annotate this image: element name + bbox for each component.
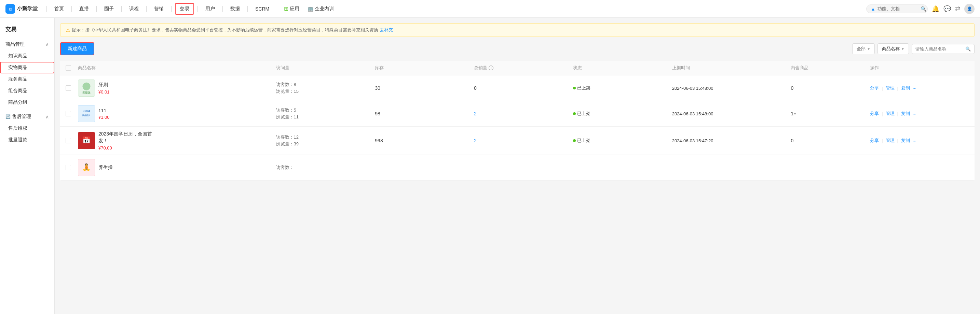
product-search-icon[interactable]: 🔍 <box>965 46 971 52</box>
nav-divider-1 <box>46 6 47 12</box>
row3-product-cell: 📅 2023年国学日历，全国首发！ ¥70.00 <box>78 131 276 151</box>
row3-sales: 2 <box>474 138 573 143</box>
svg-point-3 <box>82 82 90 90</box>
svg-text:🧘: 🧘 <box>82 163 91 171</box>
header-checkbox[interactable] <box>65 65 71 71</box>
row2-sales-link[interactable]: 2 <box>474 111 477 116</box>
row2-visits: 访客数：5 浏览量：11 <box>276 107 375 120</box>
sidebar-item-group[interactable]: 商品分组 <box>0 97 54 108</box>
row1-checkbox[interactable] <box>65 85 78 91</box>
row1-manage-link[interactable]: 管理 <box>886 85 894 91</box>
user-avatar[interactable]: 👤 <box>964 4 975 14</box>
th-inner: 内含商品 <box>791 65 870 71</box>
row1-product-name: 牙刷 <box>99 82 110 88</box>
row1-product-cell: 美甜派 牙刷 ¥0.01 <box>78 79 276 97</box>
row2-copy-link[interactable]: 复制 <box>901 111 910 117</box>
filter-all-select[interactable]: 全部 ▼ <box>852 43 875 54</box>
row2-product-price: ¥1.00 <box>99 115 110 120</box>
nav-circle[interactable]: 圈子 <box>100 0 118 18</box>
new-product-button[interactable]: 新建商品 <box>60 42 94 55</box>
product-search-field[interactable]: 🔍 <box>912 44 975 54</box>
th-stock: 库存 <box>375 65 474 71</box>
sidebar-item-batch-refund[interactable]: 批量退款 <box>0 134 54 146</box>
row2-more-link[interactable]: ··· <box>913 111 916 116</box>
row2-checkbox[interactable] <box>65 111 78 116</box>
nav-live[interactable]: 直播 <box>75 0 93 18</box>
sidebar: 交易 商品管理 ∧ 知识商品 实物商品 服务商品 组合商品 商品分组 🔄 售后管… <box>0 18 55 314</box>
row4-checkbox[interactable] <box>65 165 78 170</box>
row3-checkbox[interactable] <box>65 138 78 143</box>
row3-visitor-count: 访客数：12 <box>276 134 375 140</box>
row1-more-link[interactable]: ··· <box>913 86 916 91</box>
global-search-box[interactable]: ▲ 🔍 <box>866 5 928 13</box>
toolbar-right: 全部 ▼ 商品名称 ▼ 🔍 <box>852 43 975 54</box>
nav-trade[interactable]: 交易 <box>175 3 194 15</box>
toolbar: 新建商品 全部 ▼ 商品名称 ▼ 🔍 <box>60 42 975 55</box>
nav-data[interactable]: 数据 <box>226 0 244 18</box>
row3-more-link[interactable]: ··· <box>913 138 916 143</box>
nav-divider-8 <box>223 6 223 12</box>
row3-manage-link[interactable]: 管理 <box>886 138 894 144</box>
row2-share-link[interactable]: 分享 <box>870 111 879 117</box>
sidebar-item-physical[interactable]: 实物商品 <box>0 62 54 73</box>
row3-view-count: 浏览量：39 <box>276 141 375 147</box>
search-icon[interactable]: 🔍 <box>921 6 926 12</box>
row2-product-info: 111 ¥1.00 <box>99 108 110 120</box>
sidebar-item-knowledge[interactable]: 知识商品 <box>0 50 54 62</box>
nav-course[interactable]: 课程 <box>125 0 143 18</box>
row4-thumb: 🧘 <box>78 159 95 176</box>
nav-enterprise[interactable]: 🏢 企业内训 <box>304 0 337 18</box>
nav-scrm[interactable]: SCRM <box>251 0 274 18</box>
row2-status: 已上架 <box>573 111 672 117</box>
row1-product-price: ¥0.01 <box>99 89 110 95</box>
sales-tip-icon[interactable]: i <box>488 65 493 70</box>
row1-thumb: 美甜派 <box>78 79 95 97</box>
row1-share-link[interactable]: 分享 <box>870 85 879 91</box>
nav-divider-5 <box>146 6 146 12</box>
row2-manage-link[interactable]: 管理 <box>886 111 894 117</box>
table-row: 📅 2023年国学日历，全国首发！ ¥70.00 访客数：12 浏览量：39 9… <box>60 127 975 155</box>
nav-marketing[interactable]: 营销 <box>150 0 168 18</box>
global-search-input[interactable] <box>878 6 918 11</box>
row4-product-cell: 🧘 养生操 <box>78 159 276 176</box>
row1-copy-link[interactable]: 复制 <box>901 85 910 91</box>
goods-mgmt-header[interactable]: 商品管理 ∧ <box>0 38 54 50</box>
row2-sales: 2 <box>474 111 573 116</box>
main-layout: 交易 商品管理 ∧ 知识商品 实物商品 服务商品 组合商品 商品分组 🔄 售后管… <box>0 18 980 314</box>
row2-dropdown-chevron[interactable]: ▾ <box>794 112 796 116</box>
nav-home[interactable]: 首页 <box>50 0 68 18</box>
th-listtime: 上架时间 <box>672 65 791 71</box>
after-sale-collapse-icon: ∧ <box>45 114 49 119</box>
nav-user[interactable]: 用户 <box>201 0 219 18</box>
logo-area[interactable]: 鹅 小鹅学堂 <box>5 4 38 14</box>
notification-icon[interactable]: 🔔 <box>932 5 939 13</box>
sync-icon[interactable]: ⇄ <box>955 5 960 13</box>
nav-app[interactable]: ⊞ 应用 <box>280 0 303 18</box>
goods-mgmt-label: 商品管理 <box>5 41 25 48</box>
filter-name-select[interactable]: 商品名称 ▼ <box>878 43 909 54</box>
product-search-input[interactable] <box>915 46 963 52</box>
row2-inner: 1 ▾ <box>791 111 870 116</box>
notice-icon: ⚠ <box>66 27 70 33</box>
row3-copy-link[interactable]: 复制 <box>901 138 910 144</box>
nav-right-area: ▲ 🔍 🔔 💬 ⇄ 👤 <box>866 4 975 14</box>
sidebar-item-aftersale[interactable]: 售后维权 <box>0 122 54 134</box>
row2-view-count: 浏览量：11 <box>276 114 375 120</box>
message-icon[interactable]: 💬 <box>943 5 951 13</box>
svg-text:鹅: 鹅 <box>9 8 12 11</box>
after-sale-header[interactable]: 🔄 售后管理 ∧ <box>0 111 54 122</box>
row3-sales-link[interactable]: 2 <box>474 138 477 143</box>
sidebar-item-service[interactable]: 服务商品 <box>0 73 54 85</box>
row3-share-link[interactable]: 分享 <box>870 138 879 144</box>
svg-text:美甜派: 美甜派 <box>82 91 91 94</box>
table-header-row: 商品名称 访问量 库存 总销量 i 状态 上架时间 内含商品 操作 <box>60 61 975 75</box>
row3-inner: 0 <box>791 138 870 143</box>
row1-inner: 0 <box>791 85 870 91</box>
goods-mgmt-section: 商品管理 ∧ 知识商品 实物商品 服务商品 组合商品 商品分组 <box>0 38 54 108</box>
table-row: 美甜派 牙刷 ¥0.01 访客数：8 浏览量：15 30 0 已上架 <box>60 75 975 101</box>
th-checkbox <box>65 65 78 71</box>
sidebar-item-combo[interactable]: 组合商品 <box>0 85 54 97</box>
notice-link[interactable]: 去补充 <box>380 27 393 33</box>
row2-product-cell: 小鹅通商品图片 111 ¥1.00 <box>78 105 276 122</box>
row1-view-count: 浏览量：15 <box>276 89 375 95</box>
